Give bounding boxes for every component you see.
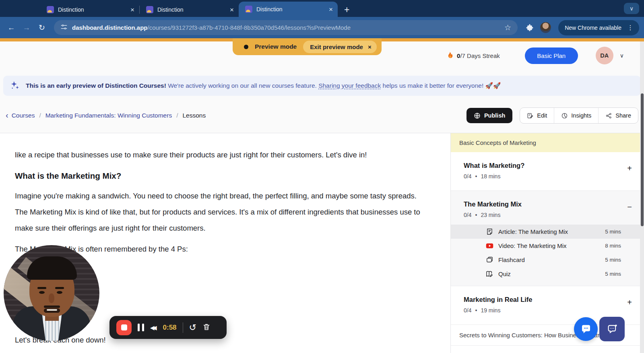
edit-label: Edit (537, 112, 547, 119)
pause-recording-button[interactable] (138, 324, 144, 331)
webcam-person-eyebrow (55, 287, 64, 289)
tab-title: Distinction (58, 6, 126, 13)
tab-title: Distinction (256, 6, 325, 12)
recording-timer: 0:58 (163, 324, 177, 332)
secondary-actions-group: Edit Insights Share (520, 107, 638, 124)
preview-mode-label: Preview mode (255, 43, 297, 50)
webcam-person-eyebrow (37, 287, 46, 289)
exit-preview-button[interactable]: Exit preview mode × (303, 41, 376, 53)
chevron-down-icon: ∨ (630, 5, 634, 12)
bullet-separator: • (475, 212, 477, 218)
user-avatar[interactable]: DA (596, 47, 613, 64)
chrome-update-button[interactable]: New Chrome available ⋮ (558, 20, 639, 35)
section-title: Marketing in Real Life (464, 296, 632, 303)
breadcrumb-courses-link[interactable]: Courses (12, 112, 35, 119)
preview-mode-banner: Preview mode Exit preview mode × (233, 38, 382, 55)
browser-toolbar: ← → ↻ dashboard.distinction.app/courses/… (0, 17, 644, 38)
distinction-favicon-icon (245, 6, 252, 13)
share-button[interactable]: Share (598, 108, 638, 123)
delete-recording-button[interactable] (202, 323, 211, 332)
new-tab-button[interactable]: + (344, 5, 349, 14)
bookmark-star-icon[interactable]: ☆ (504, 23, 511, 32)
webcam-person-teeth (47, 309, 57, 311)
favicon-sun-shape (147, 10, 151, 12)
lesson-item-quiz[interactable]: Quiz 5 mins (451, 267, 644, 281)
close-icon[interactable]: × (130, 6, 134, 13)
edit-button[interactable]: Edit (520, 108, 554, 123)
article-paragraph: Imagine you're making a sandwich. You ne… (15, 188, 426, 236)
browser-tab-1[interactable]: Distinction × (40, 2, 139, 17)
tab-title: Distinction (157, 6, 226, 13)
webcam-person-eye (39, 291, 45, 294)
chat-bubble-icon (580, 323, 592, 335)
trash-icon (202, 323, 211, 331)
bullet-separator: • (475, 307, 477, 314)
expand-icon[interactable]: + (627, 164, 632, 172)
back-button[interactable]: ← (5, 21, 18, 34)
reload-button[interactable]: ↻ (35, 21, 48, 34)
close-icon[interactable]: × (230, 6, 234, 13)
early-preview-announcement: This is an early preview of Distinction … (3, 76, 641, 96)
section-the-marketing-mix[interactable]: The Marketing Mix 0/4 • 23 mins − Articl… (451, 191, 644, 286)
collapse-icon[interactable]: − (627, 203, 632, 211)
chevron-down-icon[interactable]: ∨ (620, 52, 624, 59)
edit-icon (527, 112, 534, 119)
url-text: dashboard.distinction.app/courses/931272… (72, 24, 500, 31)
rewind-button[interactable]: ◀◀ (150, 324, 157, 331)
globe-icon (474, 112, 481, 119)
lesson-item-video[interactable]: Video: The Marketing Mix 8 mins (451, 239, 644, 253)
restart-recording-button[interactable]: ↺ (189, 323, 196, 332)
chrome-profile-avatar[interactable] (540, 22, 551, 33)
site-settings-icon[interactable] (60, 23, 68, 32)
section-what-is-marketing[interactable]: What is Marketing? 0/4 • 18 mins + (451, 152, 644, 191)
insights-button[interactable]: Insights (554, 108, 598, 123)
webcam-person-nose (49, 293, 54, 303)
course-section-header[interactable]: Basic Concepts of Marketing (451, 133, 644, 152)
favicon-sun-shape (47, 10, 52, 12)
chat-widget-button[interactable] (574, 317, 598, 341)
favicon-sun-shape (246, 10, 250, 12)
browser-tab-2[interactable]: Distinction × (140, 2, 239, 17)
recorder-divider (183, 322, 183, 333)
close-icon[interactable]: × (368, 43, 372, 50)
publish-button[interactable]: Publish (466, 108, 512, 123)
expand-icon[interactable]: + (627, 298, 632, 306)
publish-label: Publish (484, 112, 505, 119)
stop-icon (121, 324, 127, 330)
more-menu-icon[interactable]: ⋮ (625, 24, 636, 31)
section-title: The Marketing Mix (464, 200, 632, 208)
chevron-left-icon[interactable]: ‹ (6, 111, 8, 120)
basic-plan-button[interactable]: Basic Plan (525, 47, 578, 64)
recording-dot-icon (244, 45, 248, 49)
scrollbar-thumb[interactable] (641, 93, 644, 226)
forward-button[interactable]: → (20, 21, 33, 34)
webcam-person-mustache (44, 306, 60, 308)
sparkle-icon (10, 81, 20, 91)
flashcard-icon (485, 256, 494, 264)
feedback-link[interactable]: Sharing your feedback (318, 82, 381, 89)
section-title: What is Marketing? (464, 162, 632, 169)
extensions-icon[interactable] (523, 24, 536, 32)
section-understanding-branding[interactable]: Understanding Branding and Your Target A… (451, 346, 644, 353)
breadcrumb-course-link[interactable]: Marketing Fundamentals: Winning Customer… (45, 112, 172, 119)
distinction-favicon-icon (47, 6, 54, 13)
recording-controls: ◀◀ 0:58 ↺ (109, 316, 227, 339)
page-scrollbar[interactable] (640, 41, 644, 353)
stop-recording-button[interactable] (116, 320, 132, 335)
close-icon[interactable]: × (329, 6, 333, 13)
tab-search-button[interactable]: ∨ (624, 3, 639, 14)
url-bar[interactable]: dashboard.distinction.app/courses/931272… (54, 20, 518, 35)
video-icon (485, 242, 494, 250)
section-meta: 0/4 • 19 mins (464, 307, 632, 314)
share-icon (605, 112, 612, 119)
lesson-item-article[interactable]: Article: The Marketing Mix 5 mins (451, 225, 644, 239)
article-paragraph: like a recipe that businesses use to mak… (15, 147, 426, 163)
course-actions: Publish Edit Insights Share (466, 107, 638, 124)
browser-tab-3-active[interactable]: Distinction × (239, 2, 338, 17)
lesson-item-flashcard[interactable]: Flashcard 5 mins (451, 253, 644, 267)
feedback-widget-button[interactable] (599, 317, 625, 341)
bullet-separator: • (475, 173, 477, 180)
chrome-update-label: New Chrome available (565, 25, 621, 31)
exit-preview-label: Exit preview mode (310, 43, 363, 50)
tab-strip: Distinction × Distinction × Distinction … (0, 0, 644, 17)
